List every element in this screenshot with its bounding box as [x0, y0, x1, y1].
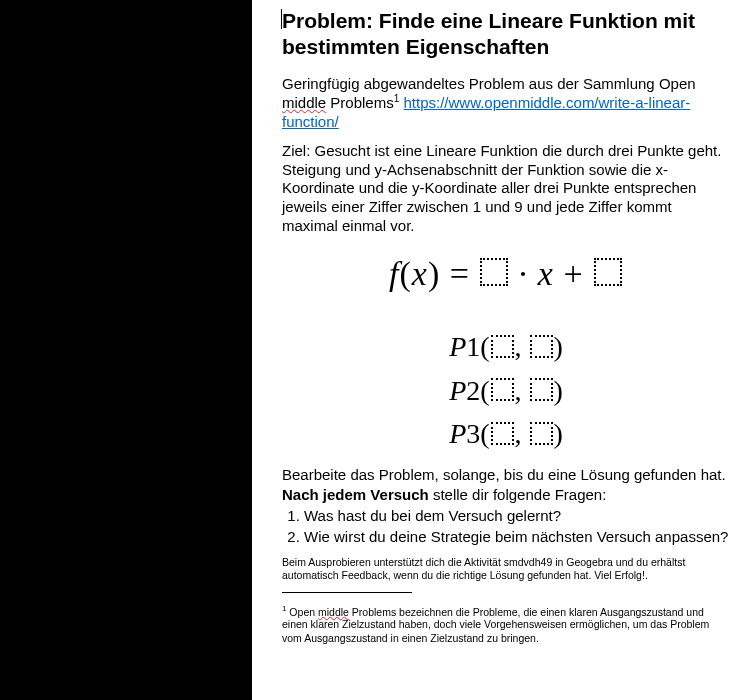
instr-rest: stelle dir folgende Fragen:: [429, 486, 607, 503]
point-p1: P1(, ): [282, 330, 730, 364]
eq-equals: =: [440, 255, 479, 292]
geogebra-hint: Beim Ausprobieren unterstützt dich die A…: [282, 556, 730, 582]
p2-P: P: [449, 375, 466, 406]
spellcheck-squiggle: middle: [282, 94, 326, 111]
placeholder-p1y: [530, 335, 553, 358]
intro-paragraph: Geringfügig abgewandeltes Problem aus de…: [282, 75, 730, 132]
p2-open: (: [480, 375, 489, 406]
intro-text-post1: Problems: [326, 94, 394, 111]
goal-paragraph: Ziel: Gesucht ist eine Lineare Funktion …: [282, 142, 730, 236]
p3-P: P: [449, 418, 466, 449]
p3-close: ): [554, 418, 563, 449]
left-black-margin: [0, 0, 252, 700]
eq-dot: ·: [509, 255, 538, 292]
instructions-paragraph: Bearbeite das Problem, solange, bis du e…: [282, 465, 730, 504]
p3-index: 3: [466, 418, 480, 449]
text-caret: [281, 9, 282, 29]
point-p3: P3(, ): [282, 417, 730, 451]
footnote-1: 1 Open middle Problems bezeichnen die Pr…: [282, 604, 712, 645]
eq-x-arg: x: [412, 255, 428, 292]
eq-plus: +: [554, 255, 593, 292]
eq-close-paren: ): [428, 255, 440, 292]
footnote-separator: [282, 592, 412, 593]
p3-comma: ,: [515, 418, 529, 449]
placeholder-p1x: [491, 335, 514, 358]
placeholder-slope: [480, 258, 508, 286]
p1-close: ): [554, 331, 563, 362]
instr-bold: Nach jedem Versuch: [282, 486, 429, 503]
intro-text-pre: Geringfügig abgewandeltes Problem aus de…: [282, 75, 696, 92]
eq-f: f: [389, 255, 399, 292]
eq-x: x: [538, 255, 554, 292]
p1-index: 1: [466, 331, 480, 362]
p1-P: P: [449, 331, 466, 362]
footnote-pre: Open: [286, 605, 318, 617]
question-1: Was hast du bei dem Versuch gelernt?: [304, 506, 730, 526]
eq-open-paren: (: [399, 255, 411, 292]
document-page: Problem: Finde eine Lineare Funktion mit…: [252, 0, 756, 700]
reflection-questions: Was hast du bei dem Versuch gelernt? Wie…: [304, 506, 730, 546]
placeholder-p2y: [530, 378, 553, 401]
point-p2: P2(, ): [282, 374, 730, 408]
page-title: Problem: Finde eine Lineare Funktion mit…: [282, 8, 730, 61]
p1-open: (: [480, 331, 489, 362]
p1-comma: ,: [515, 331, 529, 362]
placeholder-p3y: [530, 422, 553, 445]
equation-fx: f(x) = · x +: [282, 254, 730, 295]
footnote-squiggle: middle: [318, 605, 349, 617]
placeholder-p2x: [491, 378, 514, 401]
p2-index: 2: [466, 375, 480, 406]
instr-line1: Bearbeite das Problem, solange, bis du e…: [282, 466, 726, 483]
p3-open: (: [480, 418, 489, 449]
p2-comma: ,: [515, 375, 529, 406]
p2-close: ): [554, 375, 563, 406]
equation-block: f(x) = · x + P1(, ) P2(, ) P3(, ): [282, 254, 730, 452]
placeholder-intercept: [594, 258, 622, 286]
placeholder-p3x: [491, 422, 514, 445]
question-2: Wie wirst du deine Strategie beim nächst…: [304, 527, 730, 547]
